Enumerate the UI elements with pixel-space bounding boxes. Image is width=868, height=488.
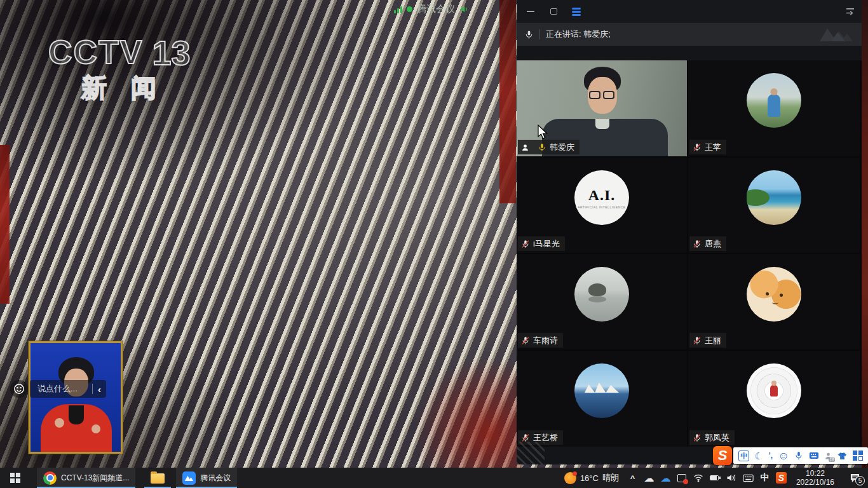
red-carpet-left — [0, 145, 10, 304]
avatar-text: A.I. — [588, 187, 616, 204]
speaker-collar — [595, 119, 609, 129]
chevron-left-icon[interactable]: ‹ — [98, 384, 101, 395]
screen: CCTV 13 新闻 腾讯会议 — [0, 0, 868, 488]
meeting-titlebar — [517, 0, 862, 23]
ime-lang-toggle[interactable]: 中 — [738, 451, 749, 461]
weather-widget[interactable]: 16°C 晴朗 — [562, 472, 621, 484]
maximize-icon — [550, 8, 557, 15]
avatar — [747, 170, 801, 225]
system-tray: 16°C 晴朗 ^ ☁ ☁ — [562, 468, 868, 488]
avatar — [747, 363, 801, 418]
onedrive-cloud-icon[interactable]: ☁ — [644, 468, 654, 488]
battery-icon[interactable] — [710, 468, 721, 488]
sogou-tray-icon[interactable]: S — [776, 468, 787, 488]
mic-muted-icon — [693, 433, 702, 442]
interpreter-hand — [92, 424, 100, 433]
emoji-picker-icon[interactable]: ☺ — [778, 451, 789, 461]
account-icon[interactable]: 18 — [824, 452, 832, 460]
mic-icon — [524, 30, 534, 39]
participant-tile[interactable]: 王苹 — [688, 60, 860, 156]
participant-name: 车雨诗 — [533, 335, 558, 346]
minimize-icon — [527, 11, 534, 12]
participant-tile[interactable]: 韩爱庆 — [517, 60, 687, 156]
mic-muted-icon — [693, 143, 702, 152]
security-alert-icon[interactable] — [677, 468, 688, 488]
speaking-text: 正在讲话: 韩爱庆; — [546, 29, 611, 40]
watermark-label: 腾讯会议 — [417, 3, 455, 15]
avatar — [574, 267, 629, 322]
exit-fullscreen-button[interactable] — [845, 6, 855, 17]
audio-on-icon — [459, 4, 469, 14]
minimize-button[interactable] — [526, 6, 536, 17]
divider — [92, 384, 93, 394]
exit-fullscreen-icon — [845, 6, 855, 17]
video-edge-strip — [862, 0, 868, 468]
action-center-button[interactable]: 5 — [844, 468, 865, 488]
cursor-pointer — [538, 125, 548, 140]
meeting-window: 正在讲话: 韩爱庆; — [517, 0, 862, 464]
participant-tile[interactable]: 唐燕 — [688, 158, 860, 253]
divider — [539, 29, 540, 39]
start-button[interactable] — [0, 468, 31, 488]
smiley-icon — [13, 383, 25, 395]
participant-name: 王苹 — [705, 142, 721, 153]
mic-muted-icon — [521, 336, 530, 345]
taskbar-apps: CCTV-13新闻频道... 腾讯会议 — [37, 468, 237, 488]
ime-indicator[interactable]: 中 — [759, 468, 770, 488]
clock-widget[interactable]: 10:22 2022/10/16 — [792, 469, 838, 487]
avatar — [747, 73, 801, 128]
sogou-logo-icon[interactable]: S — [713, 446, 732, 465]
date: 2022/10/16 — [796, 478, 834, 487]
participant-name: 郭凤英 — [705, 432, 729, 444]
mic-on-icon — [538, 143, 546, 152]
person-icon — [521, 143, 529, 152]
time: 10:22 — [796, 469, 834, 478]
toolbox-icon[interactable] — [853, 451, 863, 461]
speaker-glasses — [589, 91, 616, 99]
participant-tile[interactable]: 王丽 — [688, 254, 860, 349]
host-badge — [518, 140, 534, 154]
interpreter-shirt — [69, 405, 84, 424]
layout-button[interactable] — [571, 6, 581, 17]
night-mode-icon[interactable]: ☾ — [755, 451, 763, 461]
app-label: 腾讯会议 — [200, 473, 231, 484]
emoji-button[interactable] — [10, 380, 28, 398]
cctv-news-text: 新闻 — [81, 75, 191, 100]
interpreter-hand — [55, 418, 64, 428]
tencent-meeting-logo-watermark — [817, 25, 854, 44]
taskbar-app-chrome[interactable]: CCTV-13新闻频道... — [37, 468, 135, 488]
touch-keyboard-icon[interactable] — [743, 468, 754, 488]
chat-quick-bar: 说点什么... ‹ — [10, 380, 106, 398]
meeting-watermark: 腾讯会议 — [394, 3, 469, 15]
chat-placeholder: 说点什么... — [37, 383, 87, 395]
participant-tile[interactable]: 王艺桥 — [517, 351, 687, 447]
soft-keyboard-icon[interactable] — [809, 452, 819, 459]
mic-muted-icon — [521, 433, 530, 442]
mic-muted-icon — [693, 240, 702, 248]
live-dot-icon — [407, 6, 412, 12]
voice-input-icon[interactable] — [794, 451, 803, 460]
punctuation-icon[interactable]: ’, — [768, 452, 773, 459]
chat-input[interactable]: 说点什么... ‹ — [30, 380, 106, 398]
app-label: CCTV-13新闻频道... — [61, 473, 129, 484]
cctv-logo-text: CCTV — [48, 36, 144, 69]
skin-icon[interactable] — [837, 452, 847, 460]
wifi-icon[interactable] — [693, 468, 704, 488]
participant-tile[interactable]: 车雨诗 — [517, 254, 687, 349]
mic-muted-icon — [693, 336, 702, 345]
layout-icon — [572, 8, 581, 16]
taskbar-app-explorer[interactable] — [144, 468, 171, 488]
tray-expand-button[interactable]: ^ — [627, 468, 638, 488]
sogou-icon-strip: 中 ☾ ’, ☺ 18 — [733, 447, 868, 464]
sogou-ime-toolbar: S 中 ☾ ’, ☺ 18 — [713, 446, 868, 465]
maximize-button[interactable] — [548, 6, 559, 17]
participant-name: 唐燕 — [705, 238, 721, 250]
avatar: A.I. ARTIFICIAL INTELLIGENCE — [574, 170, 629, 225]
signal-bars-icon — [394, 6, 402, 13]
windows-icon — [10, 473, 20, 483]
taskbar-app-meeting[interactable]: 腾讯会议 — [176, 468, 237, 488]
participant-tile[interactable]: A.I. ARTIFICIAL INTELLIGENCE i马星光 — [517, 158, 687, 253]
sync-cloud-icon[interactable]: ☁ — [660, 468, 671, 488]
participant-tile[interactable]: 郭凤英 — [688, 351, 860, 447]
volume-icon[interactable] — [726, 468, 737, 488]
